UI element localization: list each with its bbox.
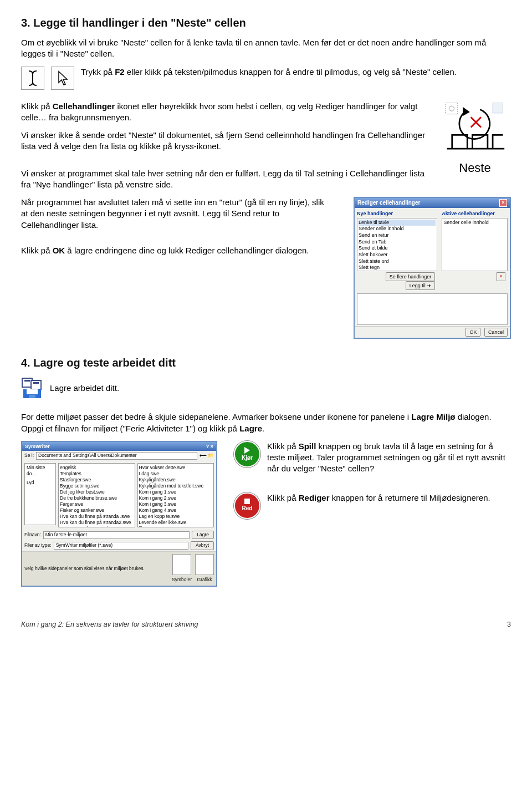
save-icon (21, 377, 43, 399)
file-list-col1[interactable]: engelsk Templates Stasforger.swe Bygge s… (58, 463, 135, 527)
more-actions-button[interactable]: Se flere handlinger (386, 272, 436, 281)
list-item: Send en Tab (359, 239, 436, 246)
section4-p2: For dette miljøet passer det bedre å skj… (21, 411, 511, 434)
section4-p1: Lagre arbeidet ditt. (50, 383, 119, 394)
list-item: Det jeg liker best.swe (60, 489, 134, 495)
svg-rect-13 (29, 395, 35, 398)
filetype-label: Filer av type: (24, 542, 52, 548)
edit-button[interactable]: Red (234, 492, 260, 519)
section3-p3: Klikk på Cellehandlinger ikonet eller hø… (21, 101, 511, 124)
dialog-details-pane (357, 293, 508, 325)
svg-rect-3 (493, 103, 503, 113)
sidebar-item: Min siste do… (25, 464, 55, 479)
svg-rect-9 (24, 380, 30, 382)
panel-symbols-label: Symboler (172, 577, 192, 583)
places-sidebar[interactable]: Min siste do… Lyd (24, 463, 56, 525)
undo-arrow-icon (444, 101, 505, 154)
play-label: Kjør (242, 454, 253, 462)
list-item: Slett siste ord (359, 258, 436, 265)
list-item: liker_test.swe (139, 526, 213, 527)
panel-symbols-icon[interactable] (172, 554, 191, 575)
section3-p2: Trykk på F2 eller klikk på teksten/pilmo… (81, 67, 511, 78)
section4-title: 4. Lagre og teste arbeidet ditt (21, 355, 511, 370)
neste-cell-figure: Neste (439, 101, 511, 176)
list-item: Sender celle innhold (443, 220, 506, 226)
nav-icons[interactable]: ⟵ 📁 (200, 453, 214, 459)
active-actions-list[interactable]: Sender celle innhold (442, 218, 508, 271)
list-item: Stasforger.swe (60, 477, 134, 483)
filename-label: Filnavn: (24, 532, 41, 538)
list-item: De tre bukkkene bruse.swe (60, 495, 134, 501)
list-item: Hva kan du finne på stranda .swe (60, 514, 134, 520)
dialog-title: Rediger cellehandlinger × (355, 198, 510, 208)
ok-button[interactable]: OK (466, 328, 480, 337)
save-button[interactable]: Lagre (192, 531, 214, 539)
sidebar-item: Lyd (25, 479, 55, 487)
list-item: Hvor mange bøer og vinger.swe (60, 526, 134, 527)
section3-f2-row: Trykk på F2 eller klikk på teksten/pilmo… (21, 67, 511, 90)
file-list-col2[interactable]: Hvor vokser dette.swe I dag.swe Kykyligå… (137, 463, 214, 527)
remove-action-icon[interactable]: × (497, 272, 505, 281)
list-item: Slett bakover (359, 252, 436, 258)
page-number: 3 (507, 620, 511, 629)
list-item: Hva kan du finne på stranda2.swe (60, 520, 134, 526)
svg-point-1 (449, 106, 454, 111)
list-item: Kykyligården.swe (139, 477, 213, 483)
svg-rect-0 (446, 103, 458, 114)
edit-text: Klikk på Rediger knappen for å returnere… (267, 492, 511, 504)
list-item: Sender celle innhold (359, 226, 436, 232)
file-dialog-controls[interactable]: ? × (206, 443, 213, 450)
list-item: Farger.swe (60, 501, 134, 507)
panel-graphics-label: Grafikk (195, 577, 214, 583)
list-item: Slett tegn (359, 265, 436, 271)
footer-text: Kom i gang 2: En sekvens av tavler for s… (21, 620, 198, 629)
section3-p5: Når programmet har avsluttet talen må vi… (21, 197, 331, 231)
list-item: Hvor vokser dette.swe (139, 465, 213, 471)
section3-p4: Vi ønsker at programmet skal tale hver s… (21, 168, 511, 191)
active-actions-title: Aktive cellehandlinger (442, 210, 508, 217)
look-in-label: Se i: (24, 453, 34, 459)
add-action-button[interactable]: Legg til ➜ (406, 281, 436, 290)
page-footer: Kom i gang 2: En sekvens av tavler for s… (21, 620, 511, 629)
arrow-cursor-icon (51, 67, 74, 90)
svg-rect-12 (27, 389, 38, 394)
file-dialog-title: SymWriter (25, 443, 50, 450)
save-file-dialog: SymWriter ? × Se i: Documents and Settin… (21, 441, 217, 587)
stop-icon (244, 499, 250, 504)
list-item: engelsk (60, 465, 134, 471)
list-item: Kom i gang 3.swe (139, 501, 213, 507)
list-item: Bygge setning.swe (60, 483, 134, 489)
neste-label: Neste (439, 160, 511, 176)
play-icon (244, 447, 250, 454)
panels-hint: Velg hvilke sidepaneler som skal vises n… (24, 566, 168, 572)
section3-p6: Klikk på OK å lagre endringene dine og l… (21, 245, 331, 256)
cancel-button[interactable]: Cancel (484, 328, 508, 337)
list-item: Send et bilde (359, 245, 436, 252)
section3-p1: Om et øyeblikk vil vi bruke "Neste" cell… (21, 37, 511, 60)
run-text: Klikk på Spill knappen og bruk tavla til… (267, 441, 511, 475)
list-item: I dag.swe (139, 471, 213, 477)
edit-label: Red (242, 505, 253, 512)
list-item: Fisker og sanker.swe (60, 507, 134, 514)
list-item: Kom i gang 2.swe (139, 495, 213, 501)
section3-p3b: Vi ønsker ikke å sende ordet "Neste" til… (21, 130, 511, 153)
section3-title: 3. Legge til handlinger i den "Neste" ce… (21, 16, 511, 31)
list-item: Kom i gang 4.swe (139, 507, 213, 514)
list-item: Kykyligården med tekstfelt.swe (139, 483, 213, 489)
list-item: Lenke til tavle (359, 220, 436, 226)
list-item: Send en retur (359, 232, 436, 239)
list-item: Templates (60, 471, 134, 477)
close-icon[interactable]: × (499, 199, 507, 207)
cancel-button[interactable]: Avbryt (191, 541, 214, 550)
list-item: Kom i gang 1.swe (139, 489, 213, 495)
panel-graphics-icon[interactable] (195, 554, 214, 575)
list-item: Levende eller ikke.swe (139, 520, 213, 526)
svg-rect-10 (31, 380, 41, 389)
look-in-field[interactable]: Documents and Settings\All Users\Dokumen… (36, 452, 197, 460)
svg-marker-4 (463, 106, 470, 116)
play-button[interactable]: Kjør (234, 441, 260, 467)
new-actions-list[interactable]: Lenke til tavle Sender celle innhold Sen… (357, 218, 437, 271)
filename-field[interactable]: Min første-le-miljøet (43, 531, 190, 539)
text-cursor-icon (21, 67, 44, 90)
filetype-field[interactable]: SymWriter miljøfiler (*.swe) (54, 542, 188, 550)
